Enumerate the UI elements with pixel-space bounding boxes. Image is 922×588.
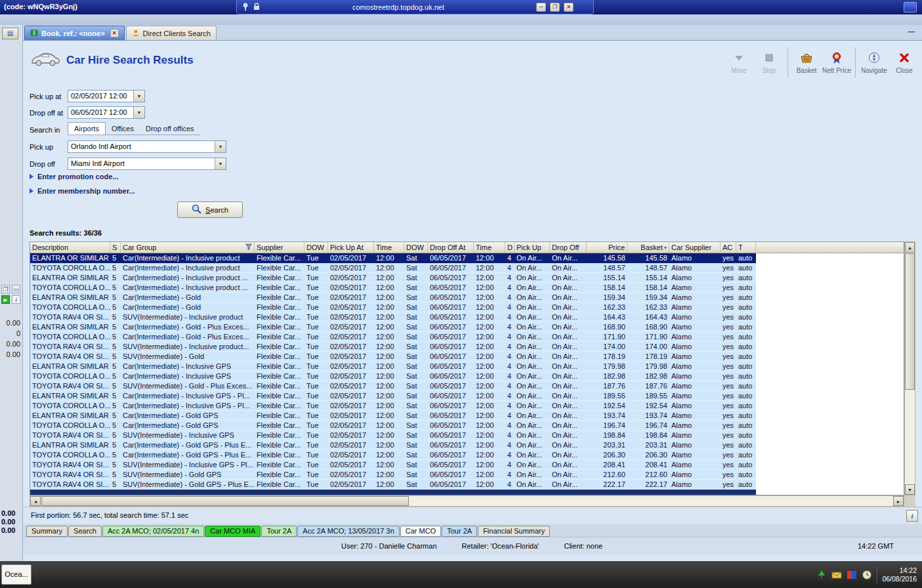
result-row[interactable]: ELANTRA OR SIMILAR5Car(Intermediate) - I… — [30, 391, 756, 401]
promotion-code-expander[interactable]: Enter promotion code... — [30, 173, 118, 180]
bottom-tab-car-mco-mia[interactable]: Car MCO MIA — [205, 526, 261, 537]
vertical-scroll-thumb[interactable] — [905, 253, 915, 390]
result-row[interactable]: TOYOTA COROLLA O...5Car(Intermediate) - … — [30, 263, 756, 273]
result-row[interactable]: TOYOTA COROLLA O...5Car(Intermediate) - … — [30, 303, 756, 312]
result-row[interactable]: ELANTRA OR SIMILAR5Car(Intermediate) - I… — [30, 253, 756, 263]
taskbar-clock[interactable]: 14:22 06/08/2016 — [882, 566, 919, 583]
close-button[interactable]: Close — [889, 46, 919, 79]
result-row[interactable]: ELANTRA OR SIMILAR5Car(Intermediate) - I… — [30, 273, 756, 283]
result-row[interactable]: TOYOTA RAV4 OR SI...5SUV(Intermediate) -… — [30, 460, 756, 470]
bottom-tab-car-mco[interactable]: Car MCO — [400, 526, 441, 537]
column-header[interactable]: Car Supplier — [669, 242, 721, 253]
result-row[interactable]: TOYOTA RAV4 OR SI...5SUV(Intermediate) -… — [30, 381, 756, 391]
bottom-tab-acc-2a-mco-13-05-2017-3n[interactable]: Acc 2A MCO; 13/05/2017 3n — [297, 526, 399, 537]
column-header[interactable]: Supplier — [255, 242, 304, 253]
rdp-close-button[interactable]: ✕ — [564, 3, 574, 12]
result-row[interactable]: TOYOTA RAV4 OR SI...5SUV(Intermediate) -… — [30, 312, 756, 322]
result-row[interactable]: TOYOTA RAV4 OR SI...5SUV(Intermediate) -… — [30, 342, 756, 352]
navigate-button[interactable]: Navigate — [859, 46, 889, 79]
column-header[interactable]: DOW — [404, 242, 428, 253]
bottom-tab-tour-2a[interactable]: Tour 2A — [261, 526, 297, 537]
dropoff-at-field[interactable]: 06/05/2017 12:00 ▼ — [68, 106, 145, 119]
scroll-right-arrow[interactable]: ► — [893, 496, 904, 506]
tray-clock-icon[interactable] — [862, 570, 872, 580]
result-row[interactable]: TOYOTA COROLLA O...5Car(Intermediate) - … — [30, 371, 756, 381]
taskbar-app-button[interactable]: Ocea... — [1, 564, 31, 585]
search-in-tab-offices[interactable]: Offices — [106, 123, 140, 135]
vertical-scrollbar[interactable]: ▲ ▼ — [904, 242, 915, 495]
result-row[interactable]: ELANTRA OR SIMILAR5Car(Intermediate) - G… — [30, 322, 756, 332]
nett-price-button[interactable]: Nett Price — [822, 46, 852, 79]
column-header[interactable]: DOW — [304, 242, 328, 253]
go-icon[interactable]: ► — [1, 295, 10, 304]
result-row[interactable]: TOYOTA COROLLA O...5Car(Intermediate) - … — [30, 421, 756, 430]
scroll-left-arrow[interactable]: ◄ — [30, 496, 41, 506]
info-icon[interactable]: i — [12, 295, 20, 304]
result-row[interactable]: ELANTRA OR SIMILAR5Car(Intermediate) - I… — [30, 362, 756, 371]
search-button[interactable]: Search — [177, 201, 243, 218]
column-header[interactable]: Drop Off — [550, 242, 587, 253]
bottom-tab-acc-2a-mco-02-05-2017-4n[interactable]: Acc 2A MCO; 02/05/2017 4n — [102, 526, 204, 537]
window-restore-icon[interactable]: ▭ — [12, 285, 20, 293]
result-row[interactable]: TOYOTA RAV4 OR SI...5SUV(Intermediate) -… — [30, 470, 756, 480]
tab-close-icon[interactable]: ✕ — [110, 29, 119, 37]
pin-icon[interactable] — [242, 3, 249, 12]
result-row[interactable]: TOYOTA COROLLA O...5Car(Intermediate) - … — [30, 283, 756, 293]
column-header[interactable]: AC — [721, 242, 736, 253]
tray-app-icon[interactable] — [847, 570, 857, 580]
column-header[interactable]: Time — [474, 242, 505, 253]
result-row[interactable]: ELANTRA OR SIMILAR5Car(Intermediate) - G… — [30, 293, 756, 303]
column-header[interactable]: Car Group — [121, 242, 255, 253]
bottom-tab-financial-summary[interactable]: Financial Summary — [478, 526, 550, 537]
grid-cell: On Air... — [550, 411, 587, 420]
horizontal-scrollbar[interactable]: ◄ ► — [30, 495, 904, 507]
info-button[interactable]: i — [906, 510, 918, 522]
column-header[interactable]: T — [736, 242, 756, 253]
dropoff-combo[interactable]: Miami Intl Airport ▼ — [68, 158, 226, 170]
document-tab[interactable]: Direct Clients Search — [126, 26, 217, 40]
chevron-down-icon[interactable]: ▼ — [215, 158, 226, 169]
grid-cell: 198.84 — [587, 430, 627, 440]
sidebar-panel-button[interactable]: ▤ — [2, 28, 18, 39]
basket-button[interactable]: Basket — [791, 46, 822, 79]
tray-tree-icon[interactable] — [816, 570, 827, 580]
rdp-minimize-button[interactable]: ─ — [536, 3, 546, 12]
result-row[interactable]: TOYOTA RAV4 OR SI...5SUV(Intermediate) -… — [30, 480, 756, 490]
column-header[interactable]: Pick Up — [514, 242, 550, 253]
pickup-at-field[interactable]: 02/05/2017 12:00 ▼ — [68, 90, 145, 102]
column-header[interactable]: S — [110, 242, 121, 253]
filter-icon[interactable] — [245, 243, 252, 251]
bottom-tab-search[interactable]: Search — [68, 526, 102, 537]
document-tab[interactable]: Book. ref.: <none>✕ — [24, 26, 125, 40]
column-header[interactable]: Pick Up At — [328, 242, 374, 253]
tray-mail-icon[interactable] — [831, 570, 842, 580]
mdi-minimize-button[interactable]: — — [906, 28, 917, 37]
result-row[interactable]: TOYOTA RAV4 OR SI...5SUV(Intermediate) -… — [30, 352, 756, 362]
chevron-down-icon[interactable]: ▼ — [133, 91, 144, 102]
result-row[interactable]: TOYOTA COROLLA O...5Car(Intermediate) - … — [30, 450, 756, 460]
column-header[interactable]: Time — [374, 242, 404, 253]
result-row[interactable]: TOYOTA COROLLA O...5Car(Intermediate) - … — [30, 332, 756, 342]
search-in-tab-airports[interactable]: Airports — [68, 122, 106, 135]
column-header[interactable]: D — [505, 242, 514, 253]
result-row[interactable]: TOYOTA RAV4 OR SI...5SUV(Intermediate) -… — [30, 430, 756, 440]
bottom-tab-summary[interactable]: Summary — [26, 526, 68, 537]
column-header[interactable]: Drop Off At — [428, 242, 474, 253]
column-header[interactable]: Description — [30, 242, 110, 253]
chevron-down-icon[interactable]: ▼ — [215, 141, 226, 152]
bottom-tab-tour-2a[interactable]: Tour 2A — [442, 526, 477, 537]
pickup-combo[interactable]: Orlando Intl Airport ▼ — [68, 140, 226, 153]
rdp-restore-button[interactable]: ❐ — [550, 3, 560, 12]
column-header[interactable]: Basket▾ — [627, 242, 669, 253]
scroll-down-arrow[interactable]: ▼ — [905, 484, 915, 495]
result-row[interactable]: ELANTRA OR SIMILAR5Car(Intermediate) - G… — [30, 411, 756, 421]
result-row[interactable]: ELANTRA OR SIMILAR5Car(Intermediate) - G… — [30, 440, 756, 450]
search-in-tab-drop-off-offices[interactable]: Drop off offices — [140, 123, 200, 135]
chevron-down-icon[interactable]: ▼ — [133, 107, 144, 118]
scroll-up-arrow[interactable]: ▲ — [905, 242, 915, 253]
horizontal-scroll-thumb[interactable] — [41, 496, 409, 506]
window-icon[interactable]: ❐ — [1, 285, 10, 293]
membership-number-expander[interactable]: Enter membership number... — [30, 187, 135, 195]
column-header[interactable]: Price — [587, 242, 627, 253]
result-row[interactable]: TOYOTA COROLLA O...5Car(Intermediate) - … — [30, 401, 756, 411]
